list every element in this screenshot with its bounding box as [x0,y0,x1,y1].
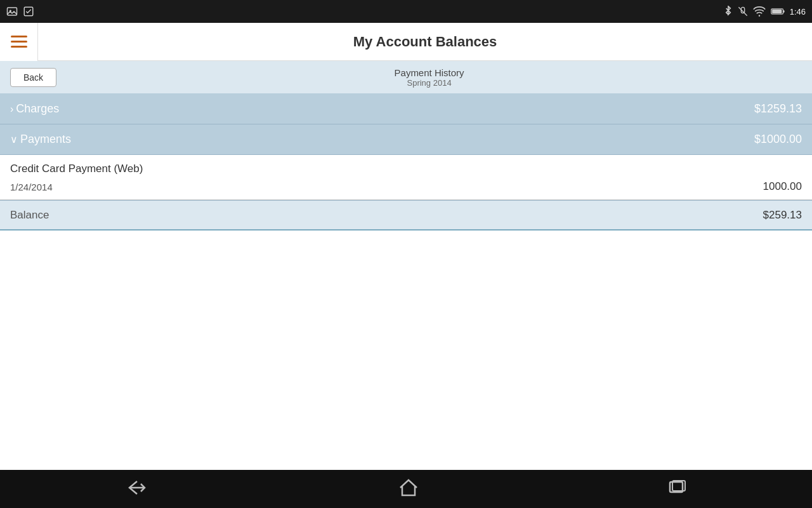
payment-item-amount: 1000.00 [763,180,802,193]
battery-icon [771,7,785,16]
payment-date: 1/24/2014 [10,182,763,192]
balance-row: Balance $259.13 [0,200,812,231]
balance-amount: $259.13 [763,209,802,222]
wifi-icon [753,6,766,17]
payments-chevron-icon: ∨ [10,133,18,145]
nav-recents-button[interactable] [669,479,686,498]
content: › Charges $1259.13 ∨ Payments $1000.00 C… [0,94,812,231]
payments-amount: $1000.00 [754,133,802,146]
svg-point-4 [758,15,760,17]
svg-rect-6 [783,10,784,12]
charges-label: Charges [16,102,754,116]
sub-header: Back Payment History Spring 2014 [0,61,812,94]
photo-icon [6,6,18,17]
payment-name: Credit Card Payment (Web) [0,155,812,178]
charges-section-row[interactable]: › Charges $1259.13 [0,94,812,124]
home-nav-icon [399,479,418,497]
payment-detail-row: 1/24/2014 1000.00 [0,178,812,200]
payments-section-row[interactable]: ∨ Payments $1000.00 [0,124,812,155]
charges-chevron-icon: › [10,104,13,115]
page-title: My Account Balances [38,34,812,50]
hamburger-line-2 [11,41,27,43]
time-display: 1:46 [790,7,806,17]
mute-icon [738,6,748,17]
back-button[interactable]: Back [10,68,56,87]
back-nav-icon [126,479,148,497]
hamburger-line-3 [11,46,27,48]
hamburger-line-1 [11,36,27,37]
nav-back-button[interactable] [126,479,148,499]
sub-header-subtitle: Spring 2014 [56,78,802,88]
svg-rect-7 [772,10,782,13]
bluetooth-icon [724,6,733,17]
status-left-icons [6,6,34,17]
app-bar: My Account Balances [0,23,812,61]
task-icon [23,6,34,17]
menu-button[interactable] [0,23,38,61]
svg-line-3 [738,7,747,15]
sub-header-title: Payment History [56,67,802,78]
sub-header-text: Payment History Spring 2014 [56,67,802,88]
charges-amount: $1259.13 [754,102,802,116]
balance-label: Balance [10,209,763,222]
payments-label: Payments [20,133,754,146]
bottom-nav-bar [0,470,812,508]
status-right-icons: 1:46 [724,6,806,17]
nav-home-button[interactable] [399,479,418,499]
svg-rect-0 [8,8,17,15]
status-bar: 1:46 [0,0,812,23]
recents-nav-icon [669,479,686,496]
